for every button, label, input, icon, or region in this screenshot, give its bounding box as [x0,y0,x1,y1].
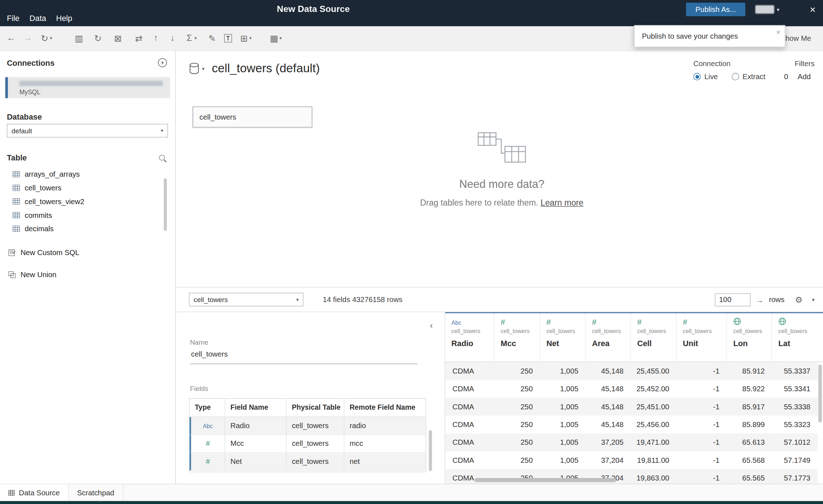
grid-horizontal-scrollbar[interactable] [475,478,616,482]
cell-cell: 19,863.00 [631,469,677,484]
data-row[interactable]: CDMA 250 1,005 45,148 25,455.00 -1 85.91… [445,362,818,380]
filters-label: Filters [794,59,814,68]
tab-data-source[interactable]: Data Source [0,484,69,501]
tab-scratchpad[interactable]: Scratchpad [69,484,123,501]
fields-scrollbar[interactable] [429,430,432,471]
redo-icon[interactable]: → [21,33,35,43]
new-union[interactable]: New Union [8,269,56,280]
connection-item[interactable]: MySQL [5,77,170,98]
menu-file[interactable]: File [7,14,20,23]
gear-icon[interactable]: ⚙ [795,294,802,305]
labels-caret-icon[interactable]: ▾ [279,36,282,41]
apply-rows-icon[interactable]: → [756,295,764,304]
user-avatar [755,5,774,14]
user-menu[interactable]: ▾ [755,3,785,16]
fit-caret-icon[interactable]: ▾ [249,36,252,41]
metadata-panel: ‹ Name Fields Type Field Name Physical T… [176,312,445,484]
clear-sheet-icon[interactable]: ⊠ [111,33,125,44]
table-node-label: cell_towers [200,113,236,121]
column-header[interactable]: Abc # cell_towers Unit [677,313,727,362]
chevron-down-icon[interactable]: ▾ [812,297,814,302]
undo-icon[interactable]: ← [4,33,18,43]
sort-ascending-icon[interactable]: ↑ [149,33,163,43]
totals-caret-icon[interactable]: ▾ [194,36,197,41]
chevron-down-icon: ▾ [296,297,299,302]
physical-table-cell: cell_towers [287,435,344,452]
totals-icon[interactable]: Σ [183,33,196,43]
refresh-icon[interactable]: ↻ [91,33,105,44]
search-icon[interactable] [159,155,165,160]
data-row[interactable]: CDMA 250 1,005 45,148 25,456.00 -1 85.89… [445,415,818,433]
column-header[interactable]: Abc # cell_towers Mcc [494,313,540,362]
data-row[interactable]: CDMA 250 1,005 45,148 25,451.00 -1 85.91… [445,398,818,415]
data-row[interactable]: CDMA 250 1,005 45,148 25,452.00 -1 85.92… [445,380,818,397]
table-list-item[interactable]: cell_towers_view2 [0,195,175,208]
extract-radio[interactable]: Extract [732,72,766,81]
publish-as-button[interactable]: Publish As... [686,3,745,16]
cell-cell: 19,811.00 [631,451,677,469]
geo-type-icon [779,318,786,326]
replay-icon[interactable]: ↻ [38,33,52,44]
databar: cell_towers ▾ 14 fields 43276158 rows → … [176,287,823,312]
cell-mcc: 250 [494,451,540,469]
new-datasource-icon[interactable]: ▥ [72,33,86,44]
table-label: Table [7,153,27,162]
datasource-caret-icon[interactable]: ▾ [202,66,205,71]
field-row[interactable]: Abc # Net cell_towers net [189,453,425,470]
field-row[interactable]: Abc # Radio cell_towers radio [189,417,425,435]
show-mark-labels-icon[interactable]: ▦ [267,33,281,44]
replay-caret-icon[interactable]: ▾ [50,36,52,41]
column-header[interactable]: Abc # cell_towers Radio [445,313,494,362]
filters-add-button[interactable]: Add [798,72,811,81]
table-name: cell_towers [25,184,61,192]
cell-radio: CDMA [445,415,494,433]
radio-unselected-icon [732,73,739,80]
sort-descending-icon[interactable]: ↓ [166,33,179,43]
table-node-cell-towers[interactable]: cell_towers [193,107,312,128]
data-row[interactable]: CDMA 250 1,005 37,204 19,811.00 -1 65.56… [445,451,818,469]
connections-sidebar: Connections + MySQL Database default ▾ T… [0,51,176,484]
menu-help[interactable]: Help [56,14,72,23]
add-connection-icon[interactable]: + [158,58,167,67]
live-radio[interactable]: Live [693,72,718,81]
column-header[interactable]: Abc # cell_towers Area [586,313,631,362]
fields-table: Type Field Name Physical Table Remote Fi… [189,398,426,472]
swap-rows-columns-icon[interactable]: ⇄ [132,33,146,44]
grid-vertical-scrollbar[interactable] [818,365,822,422]
text-label-icon[interactable]: T [224,34,232,42]
fit-icon[interactable]: ⊞ [237,33,251,44]
name-field[interactable] [190,349,418,364]
window-close-icon[interactable]: × [810,3,816,17]
data-row[interactable]: CDMA 250 1,005 37,205 19,471.00 -1 65.61… [445,433,818,451]
column-header[interactable]: Abc # cell_towers Lat [772,313,818,362]
column-field-name: Mcc [501,339,539,348]
cell-cell: 25,451.00 [631,398,677,415]
column-header[interactable]: Abc # cell_towers Cell [631,313,677,362]
database-select[interactable]: default ▾ [7,124,168,138]
table-list-scrollbar[interactable] [164,178,167,231]
table-select[interactable]: cell_towers ▾ [189,293,304,306]
highlight-icon[interactable]: ✎ [205,33,219,44]
column-header[interactable]: Abc # cell_towers Lon [727,313,772,362]
cell-cell: 19,471.00 [631,433,677,451]
column-field-name: Unit [683,339,726,348]
table-list-item[interactable]: cell_towers [0,181,175,195]
rows-input[interactable] [715,293,751,306]
menu-data[interactable]: Data [30,14,46,23]
new-custom-sql[interactable]: New Custom SQL [8,247,79,258]
table-list-item[interactable]: commits [0,208,175,222]
cell-mcc: 250 [494,415,540,433]
cell-cell: 25,455.00 [631,362,677,380]
collapse-pane-icon[interactable]: ‹ [430,320,433,331]
table-list-item[interactable]: decimals [0,222,175,236]
relationship-canvas: ▾ cell_towers (default) Connection Live … [176,51,823,287]
table-list-item[interactable]: arrays_of_arrays [0,167,175,181]
cell-area: 37,204 [586,451,631,469]
learn-more-link[interactable]: Learn more [540,198,583,207]
column-table-name: cell_towers [733,328,772,334]
grid-header: Abc # cell_towers Radio Abc # cell_tower… [445,312,823,362]
tooltip-close-icon[interactable]: × [776,28,780,36]
field-row[interactable]: Abc # Mcc cell_towers mcc [189,435,425,453]
column-header[interactable]: Abc # cell_towers Net [540,313,586,362]
filters-count: 0 [784,72,788,81]
